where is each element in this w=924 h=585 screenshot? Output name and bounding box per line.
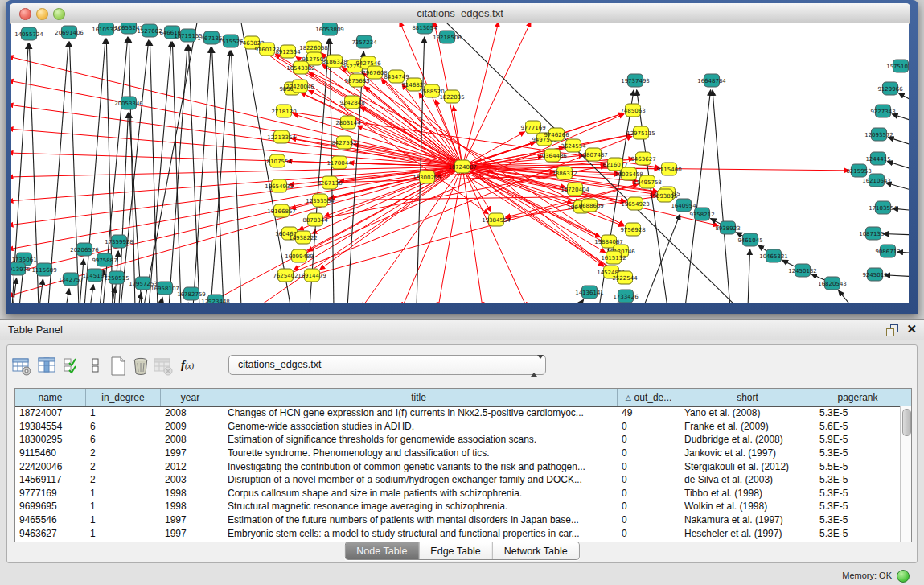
select-columns-checklist-icon[interactable] [61,356,82,377]
network-node[interactable]: 9975887 [92,253,117,266]
network-node[interactable]: 19218506 [433,31,462,43]
network-node[interactable]: 2803144 [335,116,361,129]
network-node[interactable]: 9086712 [875,245,900,257]
column-header-year[interactable]: year [161,389,220,406]
table-row[interactable]: 946554611997Estimation of the future num… [15,513,901,527]
network-node[interactable]: 16914479 [298,269,326,282]
function-builder-icon[interactable]: f(x) [181,358,194,372]
network-node[interactable]: 14136141 [575,286,604,299]
network-node[interactable]: 7386372 [552,167,577,179]
network-node[interactable]: 16210643 [862,174,891,187]
network-edge[interactable] [39,279,43,303]
tab-node-table[interactable]: Node Table [345,542,419,559]
table-row[interactable]: 1938455462009Genome-wide association stu… [15,420,901,434]
network-node[interactable]: 19737493 [621,74,650,87]
network-window-titlebar[interactable]: citations_edges.txt [10,3,910,24]
network-node[interactable]: 9245012 [862,268,887,281]
network-node[interactable]: 9227343 [870,105,895,117]
table-panel-titlebar[interactable]: Table Panel ✕ [0,320,924,340]
table-vertical-scrollbar[interactable] [900,406,911,542]
network-node[interactable]: 12213354 [267,130,296,143]
network-node[interactable]: 17103554 [869,201,897,214]
tab-network-table[interactable]: Network Table [493,542,579,559]
network-edge[interactable] [143,23,197,303]
network-edge[interactable] [892,114,909,122]
network-node[interactable]: 20691406 [55,26,84,39]
network-node[interactable]: 16648784 [697,74,726,87]
column-header-short[interactable]: short [680,389,815,406]
table-row[interactable]: 946362711997Embryonic stem cells: a mode… [15,526,901,540]
network-graph[interactable]: 1405572420691406161053241065324715276026… [11,23,909,303]
network-window[interactable]: citations_edges.txt 14055724206914061610… [6,0,918,314]
column-header-out_de[interactable]: △out_de... [618,389,680,406]
network-node[interactable]: 7485063 [620,104,645,117]
network-node[interactable]: 3624554 [561,139,586,152]
delete-columns-trash-icon[interactable] [130,356,151,377]
network-node[interactable]: 19654923 [621,197,650,210]
network-node[interactable]: 20364486 [538,149,567,162]
table-row[interactable]: 969969511998Structural magnetic resonanc… [15,500,901,513]
table-row[interactable]: 911546021997Tourette syndrome. Phenomeno… [15,447,901,460]
network-node[interactable]: 1733426 [613,290,639,303]
network-node[interactable]: 1244415 [865,152,890,165]
network-edge[interactable] [685,90,711,303]
network-node[interactable]: 14055724 [14,27,43,40]
network-edge[interactable] [577,299,584,303]
network-edge[interactable] [11,129,462,167]
network-edge[interactable] [885,275,909,277]
table-row[interactable]: 1456911722003Disruption of a novel membe… [15,473,901,487]
network-edge[interactable] [899,93,909,103]
network-node[interactable]: 1640954 [671,199,696,212]
table-row[interactable]: 2242004622012Investigating the contribut… [15,459,901,473]
network-node[interactable]: 16053809 [315,23,344,35]
network-node[interactable]: 12353554 [306,194,335,207]
network-edge[interactable] [888,138,909,146]
network-edge[interactable] [360,107,462,167]
table-settings-icon[interactable] [11,356,32,377]
column-header-in_degree[interactable]: in_degree [86,389,161,406]
network-edge[interactable] [193,47,211,303]
network-node[interactable]: 18107554 [263,154,292,167]
network-edge[interactable] [169,45,187,303]
network-edge[interactable] [69,42,79,303]
table-columns-icon[interactable] [37,356,58,377]
new-table-icon[interactable] [108,356,129,377]
network-edge[interactable] [160,298,162,303]
network-edge[interactable] [462,23,499,167]
network-edge[interactable] [330,39,334,303]
column-header-title[interactable]: title [220,389,618,406]
network-edge[interactable] [713,90,730,303]
network-node[interactable]: 10465321 [759,249,788,262]
network-edge[interactable] [66,289,69,303]
network-node[interactable]: 19384554 [482,213,511,226]
close-panel-icon[interactable]: ✕ [906,322,917,336]
network-edge[interactable] [748,249,750,303]
network-edge[interactable] [462,167,483,303]
network-edge[interactable] [643,214,680,303]
network-node[interactable]: 1250515 [104,271,129,284]
network-node[interactable]: 8267130 [317,176,342,189]
tab-edge-table[interactable]: Edge Table [419,542,492,559]
table-row[interactable]: 977716911998Corpus callosum shape and si… [15,487,901,501]
network-node[interactable]: 20206576 [70,243,99,256]
float-panel-icon[interactable] [886,324,897,336]
network-node[interactable]: 8215953 [846,164,871,177]
table-row[interactable]: 1872400712008Changes of HCN gene express… [15,406,901,420]
network-edge[interactable] [172,42,181,303]
network-node[interactable]: 2718120 [271,105,296,117]
table-row[interactable]: 1830029562008Estimation of significance … [15,433,901,447]
network-edge[interactable] [121,40,149,303]
network-node[interactable]: 12975115 [626,126,655,139]
network-edge[interactable] [188,45,199,303]
network-node[interactable]: 12093572 [864,128,893,141]
network-canvas[interactable]: 1405572420691406161053241065324715276026… [11,23,909,303]
network-edge[interactable] [886,183,909,192]
network-node[interactable]: 8813054 [412,23,437,34]
table-selector-dropdown[interactable]: citations_edges.txt [228,355,546,375]
network-node[interactable]: 10871354 [859,227,888,240]
network-node[interactable]: 20053346 [114,97,143,109]
network-edge[interactable] [839,290,852,303]
scrollbar-thumb[interactable] [902,409,911,436]
network-node[interactable]: 9463627 [630,152,655,165]
row-height-icon[interactable] [85,356,106,377]
